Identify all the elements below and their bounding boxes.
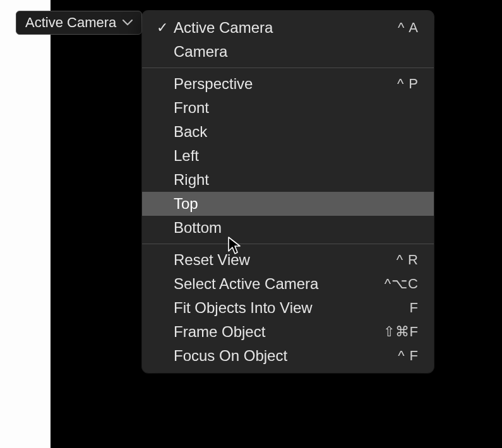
menu-item-label: Camera — [174, 44, 382, 59]
menu-item-front[interactable]: Front — [142, 96, 434, 120]
camera-dropdown-button[interactable]: Active Camera — [16, 11, 142, 35]
menu-item-right[interactable]: Right — [142, 168, 434, 192]
menu-item-perspective[interactable]: Perspective^ P — [142, 72, 434, 96]
menu-item-bottom[interactable]: Bottom — [142, 216, 434, 240]
menu-item-fit-objects[interactable]: Fit Objects Into ViewF — [142, 296, 434, 320]
menu-item-shortcut: F — [382, 300, 419, 316]
menu-item-camera[interactable]: Camera — [142, 40, 434, 64]
menu-item-label: Front — [174, 100, 382, 115]
menu-separator — [142, 244, 434, 244]
menu-item-frame-object[interactable]: Frame Object⇧⌘F — [142, 320, 434, 344]
menu-item-label: Top — [174, 196, 382, 211]
menu-item-label: Left — [174, 148, 382, 163]
menu-item-label: Select Active Camera — [174, 276, 382, 292]
menu-item-shortcut: ^ F — [382, 348, 419, 364]
menu-item-label: Fit Objects Into View — [174, 300, 382, 315]
menu-item-label: Right — [174, 172, 382, 187]
menu-item-label: Perspective — [174, 76, 382, 91]
menu-separator — [142, 68, 434, 68]
menu-item-label: Back — [174, 124, 382, 139]
menu-item-shortcut: ^ P — [382, 76, 419, 92]
menu-item-reset-view[interactable]: Reset View^ R — [142, 248, 434, 272]
menu-item-shortcut: ^⌥C — [382, 276, 419, 292]
chevron-down-icon — [123, 20, 133, 26]
checkmark-icon: ✓ — [151, 20, 174, 36]
menu-item-select-active-camera[interactable]: Select Active Camera^⌥C — [142, 272, 434, 296]
menu-item-shortcut: ^ R — [382, 252, 419, 268]
menu-item-active-camera[interactable]: ✓Active Camera^ A — [142, 16, 434, 40]
menu-item-back[interactable]: Back — [142, 120, 434, 144]
menu-item-left[interactable]: Left — [142, 144, 434, 168]
menu-item-label: Focus On Object — [174, 348, 382, 363]
menu-item-label: Active Camera — [174, 20, 382, 35]
menu-item-top[interactable]: Top — [142, 192, 434, 216]
menu-item-shortcut: ^ A — [382, 20, 419, 36]
menu-item-label: Reset View — [174, 252, 382, 268]
menu-item-label: Frame Object — [174, 324, 382, 339]
camera-dropdown-label: Active Camera — [25, 15, 116, 31]
menu-item-shortcut: ⇧⌘F — [382, 324, 419, 340]
menu-item-label: Bottom — [174, 220, 382, 235]
camera-menu[interactable]: ✓Active Camera^ ACameraPerspective^ PFro… — [142, 11, 434, 373]
menu-item-focus-on-object[interactable]: Focus On Object^ F — [142, 344, 434, 368]
